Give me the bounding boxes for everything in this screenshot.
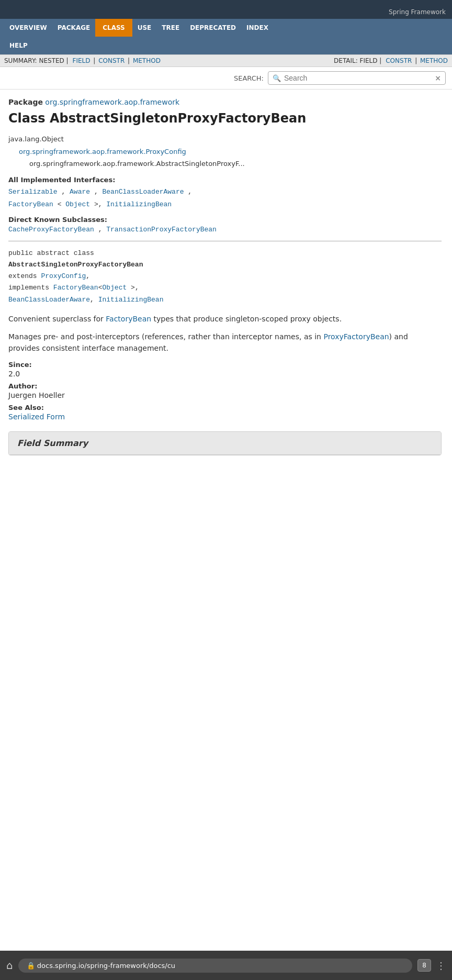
main-content: Package org.springframework.aop.framewor… [0, 90, 450, 464]
search-input-wrapper: 🔍 × [268, 71, 446, 85]
subclass-transactionproxy[interactable]: TransactionProxyFactoryBean [106, 226, 217, 233]
summary-bar-left: SUMMARY: NESTED | FIELD | CONSTR | METHO… [4, 57, 334, 64]
nav-tree[interactable]: TREE [156, 19, 185, 37]
nav-use[interactable]: USE [132, 19, 157, 37]
nav-deprecated[interactable]: DEPRECATED [185, 19, 241, 37]
subclass-cacheproxy[interactable]: CacheProxyFactoryBean [8, 226, 94, 233]
content-area: Package org.springframework.aop.framewor… [0, 90, 452, 500]
code-declaration: public abstract class AbstractSingletonP… [8, 248, 442, 305]
code-object-link[interactable]: Object [102, 284, 127, 292]
serialized-form-link[interactable]: Serialized Form [8, 413, 65, 421]
since-label: Since: [8, 361, 442, 369]
nav-bar: OVERVIEW PACKAGE CLASS USE TREE DEPRECAT… [0, 19, 452, 54]
nav-index[interactable]: INDEX [241, 19, 274, 37]
detail-constr-link[interactable]: CONSTR [386, 57, 412, 64]
author-section: Author: Juergen Hoeller [8, 382, 442, 399]
subclass-list: CacheProxyFactoryBean , TransactionProxy… [8, 226, 442, 233]
description-1: Convenient superclass for FactoryBean ty… [8, 313, 442, 325]
inheritance-level0: java.lang.Object [8, 135, 64, 143]
inheritance-level1-link[interactable]: org.springframework.aop.framework.ProxyC… [19, 148, 186, 155]
author-value: Juergen Hoeller [8, 391, 442, 399]
top-bar-title: Spring Framework [389, 8, 446, 16]
search-input[interactable] [284, 74, 435, 82]
code-line1: public abstract class [8, 249, 94, 257]
search-label: SEARCH: [234, 74, 264, 82]
detail-text: DETAIL: FIELD | [334, 57, 381, 64]
detail-method-link[interactable]: METHOD [420, 57, 448, 64]
search-clear-button[interactable]: × [435, 74, 441, 82]
field-summary-header: Field Summary [9, 432, 441, 455]
interfaces-label: All Implemented Interfaces: [8, 176, 442, 184]
summary-bar-right: DETAIL: FIELD | CONSTR | METHOD [334, 57, 448, 64]
search-icon: 🔍 [273, 74, 281, 82]
nav-overview[interactable]: OVERVIEW [4, 19, 52, 37]
interface-aware[interactable]: Aware [70, 188, 90, 196]
divider [8, 241, 442, 241]
interface-initializingbean[interactable]: InitializingBean [106, 201, 172, 208]
package-prefix: Package [8, 98, 43, 106]
code-extends-prefix: extends [8, 272, 41, 280]
interface-serializable[interactable]: Serializable [8, 188, 58, 196]
package-line: Package org.springframework.aop.framewor… [8, 98, 442, 106]
subclasses-label: Direct Known Subclasses: [8, 216, 442, 224]
summary-field-link[interactable]: FIELD [73, 57, 91, 64]
see-also-label: See Also: [8, 404, 442, 411]
desc2-prefix: Manages pre- and post-interceptors (refe… [8, 332, 323, 341]
desc2-proxyfactorybean-link[interactable]: ProxyFactoryBean [323, 332, 389, 341]
top-bar: Spring Framework [0, 0, 452, 19]
summary-constr-link[interactable]: CONSTR [98, 57, 125, 64]
code-initializingbean-link[interactable]: InitializingBean [98, 296, 164, 304]
interface-object[interactable]: Object [65, 201, 90, 208]
interface-factorybean[interactable]: FactoryBean [8, 201, 53, 208]
summary-method-link[interactable]: METHOD [133, 57, 161, 64]
summary-bar: SUMMARY: NESTED | FIELD | CONSTR | METHO… [0, 54, 452, 67]
nav-class[interactable]: CLASS [95, 19, 132, 37]
desc1-factorybean-link[interactable]: FactoryBean [106, 315, 151, 323]
desc1-prefix: Convenient superclass for [8, 315, 106, 323]
since-section: Since: 2.0 [8, 361, 442, 378]
nav-help[interactable]: HELP [4, 37, 33, 54]
desc1-suffix: types that produce singleton-scoped prox… [151, 315, 342, 323]
class-title: Class AbstractSingletonProxyFactoryBean [8, 110, 442, 127]
search-bar: SEARCH: 🔍 × [0, 67, 452, 90]
summary-text: SUMMARY: NESTED | [4, 57, 69, 64]
code-implements-prefix: implements [8, 284, 53, 292]
author-label: Author: [8, 382, 442, 390]
see-also-value: Serialized Form [8, 413, 442, 421]
since-value: 2.0 [8, 370, 442, 378]
interface-list: Serializable , Aware , BeanClassLoaderAw… [8, 186, 442, 210]
interface-beanclassloaderaware[interactable]: BeanClassLoaderAware [102, 188, 184, 196]
package-name-link[interactable]: org.springframework.aop.framework [45, 98, 179, 106]
code-extends-link[interactable]: ProxyConfig [41, 272, 86, 280]
description-2: Manages pre- and post-interceptors (refe… [8, 331, 442, 354]
code-beanclassloaderaware-link[interactable]: BeanClassLoaderAware [8, 296, 90, 304]
inheritance-hierarchy: java.lang.Object org.springframework.aop… [8, 133, 442, 170]
nav-package[interactable]: PACKAGE [52, 19, 95, 37]
code-classname: AbstractSingletonProxyFactoryBean [8, 261, 143, 269]
see-also-section: See Also: Serialized Form [8, 404, 442, 421]
code-factorybean-link[interactable]: FactoryBean [53, 284, 98, 292]
inheritance-level2: org.springframework.aop.framework.Abstra… [29, 158, 442, 170]
field-summary-box: Field Summary [8, 431, 442, 455]
